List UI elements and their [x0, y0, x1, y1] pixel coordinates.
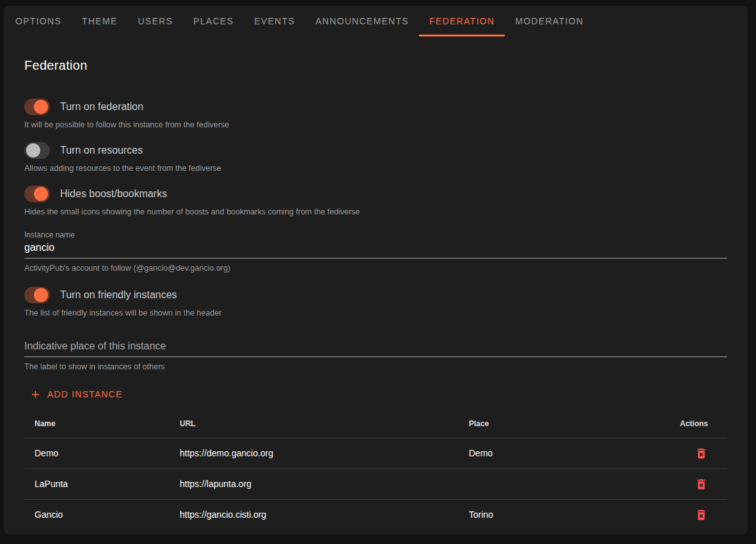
resources-toggle[interactable] [24, 142, 50, 159]
friendly-instances-table: Name URL Place Actions Demo https://demo… [24, 410, 727, 530]
trash-x-icon [695, 477, 708, 491]
friendly-instances-toggle-label: Turn on friendly instances [60, 289, 177, 301]
instance-name-hint: ActivityPub's account to follow (@gancio… [24, 264, 727, 273]
instance-table-row: LaPunta https://lapunta.org [24, 468, 727, 499]
add-instance-button[interactable]: ADD INSTANCE [24, 383, 128, 406]
friendly-instances-toggle[interactable] [24, 287, 50, 303]
table-header-row: Name URL Place Actions [24, 410, 727, 438]
federation-settings-panel: Federation Turn on federation It will be… [4, 58, 748, 530]
setting-friendly-instances: Turn on friendly instances The list of f… [24, 287, 727, 317]
boost-bookmarks-toggle-label: Hides boost/bookmarks [60, 188, 167, 200]
delete-instance-button[interactable] [692, 475, 711, 493]
header-place: Place [459, 410, 650, 438]
tab-label: ANNOUNCEMENTS [315, 16, 409, 26]
setting-resources: Turn on resources Allows adding resource… [24, 142, 727, 173]
instance-table-row: Gancio https://gancio.cisti.org Torino [24, 499, 727, 530]
delete-instance-button[interactable] [692, 506, 711, 524]
tab-label: EVENTS [254, 16, 295, 26]
tab-label: USERS [138, 16, 173, 26]
switch-thumb [26, 143, 40, 157]
admin-tab-bar: OPTIONSTHEMEUSERSPLACESEVENTSANNOUNCEMEN… [4, 6, 748, 36]
setting-federation: Turn on federation It will be possible t… [24, 99, 727, 129]
switch-thumb [34, 288, 48, 302]
resources-toggle-hint: Allows adding resources to the event fro… [24, 164, 727, 173]
instance-table-row: Demo https://demo.gancio.org Demo [24, 438, 727, 468]
federation-toggle-label: Turn on federation [60, 101, 143, 113]
switch-thumb [34, 100, 48, 114]
instance-place-hint: The label to show in instances of others [24, 362, 727, 371]
setting-boost-bookmarks: Hides boost/bookmarks Hides the small ic… [24, 186, 727, 216]
tab-federation[interactable]: FEDERATION [419, 6, 505, 36]
friendly-instances-toggle-hint: The list of friendly instances will be s… [24, 308, 727, 317]
tab-moderation[interactable]: MODERATION [505, 6, 594, 36]
add-instance-button-label: ADD INSTANCE [47, 389, 123, 399]
instance-name-field-block: Instance name ActivityPub's account to f… [24, 230, 727, 273]
federation-switch-row: Turn on federation [24, 99, 727, 115]
tab-users[interactable]: USERS [128, 6, 184, 36]
header-actions: Actions [650, 410, 727, 438]
resources-switch-row: Turn on resources [24, 142, 727, 159]
instance-name-label: Instance name [24, 230, 727, 239]
cell-instance-name: Demo [24, 438, 169, 468]
federation-toggle[interactable] [24, 99, 50, 115]
header-url: URL [169, 410, 459, 438]
tab-options[interactable]: OPTIONS [5, 6, 72, 36]
instance-name-input[interactable] [24, 241, 727, 259]
federation-toggle-hint: It will be possible to follow this insta… [24, 120, 727, 129]
instance-place-input[interactable] [24, 339, 727, 357]
instance-place-field-block: The label to show in instances of others [24, 339, 727, 371]
boost-bookmarks-toggle[interactable] [24, 186, 50, 202]
tab-label: MODERATION [515, 16, 583, 26]
boost-bookmarks-toggle-hint: Hides the small icons showing the number… [24, 207, 727, 216]
trash-x-icon [695, 508, 708, 522]
tab-label: PLACES [193, 16, 233, 26]
switch-thumb [34, 187, 48, 201]
header-name: Name [24, 410, 169, 438]
cell-instance-place: Torino [459, 499, 650, 530]
tab-label: OPTIONS [15, 16, 61, 26]
plus-icon [29, 388, 42, 401]
tab-label: THEME [82, 16, 118, 26]
cell-instance-name: LaPunta [24, 468, 169, 499]
tab-announcements[interactable]: ANNOUNCEMENTS [305, 6, 419, 36]
cell-instance-url: https://gancio.cisti.org [169, 499, 459, 530]
tab-label: FEDERATION [429, 16, 494, 26]
cell-instance-place [459, 468, 650, 499]
delete-instance-button[interactable] [692, 444, 711, 463]
resources-toggle-label: Turn on resources [60, 145, 143, 156]
friendly-switch-row: Turn on friendly instances [24, 287, 727, 303]
cell-instance-url: https://lapunta.org [169, 468, 459, 499]
tab-theme[interactable]: THEME [72, 6, 128, 36]
cell-instance-place: Demo [459, 438, 650, 468]
page-title: Federation [24, 58, 727, 73]
cell-instance-name: Gancio [24, 499, 169, 530]
trash-x-icon [695, 447, 708, 460]
tab-places[interactable]: PLACES [183, 6, 244, 36]
tab-events[interactable]: EVENTS [244, 6, 305, 36]
admin-panel-card: OPTIONSTHEMEUSERSPLACESEVENTSANNOUNCEMEN… [4, 6, 748, 534]
boost-switch-row: Hides boost/bookmarks [24, 186, 727, 202]
cell-instance-url: https://demo.gancio.org [169, 438, 459, 468]
